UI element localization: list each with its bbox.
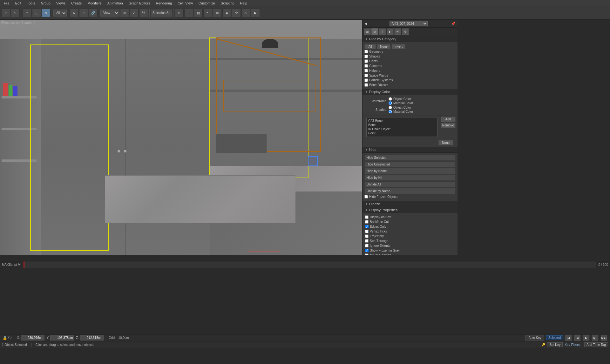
schematic-button[interactable]: ⊞ bbox=[213, 9, 222, 17]
timeline-track[interactable] bbox=[24, 261, 597, 268]
ignore-extents-checkbox[interactable] bbox=[365, 244, 369, 247]
scale-button[interactable]: ⤢ bbox=[79, 9, 88, 17]
hide-unselected-button[interactable]: Hide Unselected bbox=[364, 161, 456, 167]
display-props-header[interactable]: ▼ Display Properties bbox=[363, 207, 458, 213]
object-name-dropdown[interactable]: AI43_007_0224 bbox=[390, 21, 428, 26]
vertex-ticks-checkbox[interactable] bbox=[365, 230, 369, 233]
never-degrade-checkbox[interactable] bbox=[365, 253, 369, 255]
curve-editor-button[interactable]: 〜 bbox=[203, 9, 212, 17]
maxscript-btn[interactable]: MAXScript Mi bbox=[0, 263, 23, 266]
tab-display-tab-icon[interactable]: 👁 bbox=[394, 28, 401, 35]
snap-toggle-button[interactable]: ⊞ bbox=[120, 9, 129, 17]
tab-utilities-icon[interactable]: ⚙ bbox=[402, 28, 409, 35]
list-item-catbone[interactable]: CAT Bone bbox=[367, 119, 437, 123]
wireframe-material-radio[interactable] bbox=[389, 101, 392, 105]
add-button[interactable]: Add bbox=[441, 117, 456, 122]
see-through-checkbox[interactable] bbox=[365, 239, 369, 243]
shaded-object-radio[interactable] bbox=[389, 106, 392, 109]
hide-header[interactable]: ▼ Hide bbox=[363, 147, 458, 153]
tab-hierarchy-icon[interactable]: ⊤ bbox=[379, 28, 386, 35]
geometry-checkbox[interactable] bbox=[364, 50, 368, 53]
viewport[interactable]: [Perspective] [Standard] bbox=[0, 20, 362, 255]
angle-snap-button[interactable]: ∠ bbox=[130, 9, 139, 17]
next-frame-button[interactable]: ▶| bbox=[592, 334, 599, 341]
add-time-tag-button[interactable]: Add Time Tag bbox=[584, 342, 608, 347]
menu-animation[interactable]: Animation bbox=[105, 1, 125, 6]
link-button[interactable]: 🔗 bbox=[89, 9, 98, 17]
go-start-button[interactable]: |◀ bbox=[565, 334, 572, 341]
menu-tools[interactable]: Tools bbox=[24, 1, 38, 6]
undo-button[interactable]: ↩ bbox=[1, 9, 10, 17]
select-move-button[interactable]: ✥ bbox=[42, 9, 51, 17]
z-input[interactable] bbox=[80, 335, 104, 340]
hide-by-name-button[interactable]: Hide by Name... bbox=[364, 168, 456, 174]
backface-cull-checkbox[interactable] bbox=[365, 220, 369, 224]
particle-systems-checkbox[interactable] bbox=[364, 78, 368, 82]
unhide-all-button[interactable]: Unhide All bbox=[364, 181, 456, 187]
list-item-ikchain[interactable]: IK Chain Object bbox=[367, 127, 437, 131]
rotate-button[interactable]: ↻ bbox=[70, 9, 78, 17]
list-item-point[interactable]: Point bbox=[367, 131, 437, 135]
hide-selected-button[interactable]: Hide Selected bbox=[364, 155, 456, 161]
trajectory-checkbox[interactable] bbox=[365, 234, 369, 238]
invert-button[interactable]: Invert bbox=[392, 44, 405, 49]
auto-key-button[interactable]: Auto Key bbox=[525, 335, 544, 340]
go-end-button[interactable]: ▶▶| bbox=[600, 334, 607, 341]
redo-button[interactable]: ↪ bbox=[11, 9, 20, 17]
menu-rendering[interactable]: Rendering bbox=[153, 1, 175, 6]
menu-group[interactable]: Group bbox=[38, 1, 53, 6]
key-filters-link[interactable]: Key Filters... bbox=[565, 343, 582, 347]
prev-frame-button[interactable]: ◀ bbox=[574, 334, 581, 341]
render-setup-button[interactable]: ⚙ bbox=[232, 9, 241, 17]
menu-edit[interactable]: Edit bbox=[13, 1, 24, 6]
set-key-button[interactable]: Set Key bbox=[547, 342, 563, 347]
select-region-button[interactable]: ⬚ bbox=[32, 9, 41, 17]
shaded-material-radio[interactable] bbox=[389, 110, 392, 113]
hide-frozen-checkbox[interactable] bbox=[364, 195, 368, 199]
layer-button[interactable]: ▤ bbox=[194, 9, 203, 17]
menu-scripting[interactable]: Scripting bbox=[218, 1, 237, 6]
wireframe-object-radio[interactable] bbox=[389, 97, 392, 101]
edges-only-checkbox[interactable] bbox=[365, 225, 369, 228]
menu-help[interactable]: Help bbox=[238, 1, 250, 6]
menu-create[interactable]: Create bbox=[69, 1, 84, 6]
tab-modify-icon[interactable]: ⊕ bbox=[371, 28, 378, 35]
all-button[interactable]: All bbox=[364, 44, 376, 49]
tab-display-icon[interactable]: ▦ bbox=[364, 28, 371, 35]
shapes-checkbox[interactable] bbox=[364, 55, 368, 58]
tab-motion-icon[interactable]: ◐ bbox=[387, 28, 394, 35]
hide-by-hit-button[interactable]: Hide by Hit bbox=[364, 175, 456, 181]
view-dropdown[interactable]: View bbox=[100, 10, 119, 17]
align-button[interactable]: ⊣ bbox=[184, 9, 193, 17]
hide-by-category-header[interactable]: ▼ Hide by Category bbox=[363, 36, 458, 42]
show-frozen-checkbox[interactable] bbox=[365, 249, 369, 252]
y-input[interactable] bbox=[50, 335, 74, 340]
menu-modifiers[interactable]: Modifiers bbox=[85, 1, 104, 6]
render-last-button[interactable]: ▶ bbox=[251, 9, 260, 17]
space-warps-checkbox[interactable] bbox=[364, 74, 368, 77]
menu-views[interactable]: Views bbox=[54, 1, 68, 6]
list-item-bone[interactable]: Bone bbox=[367, 123, 437, 127]
bone-objects-checkbox[interactable] bbox=[364, 83, 368, 87]
unhide-by-name-button[interactable]: Unhide by Name... bbox=[364, 188, 456, 194]
none-button[interactable]: None bbox=[377, 44, 390, 49]
cameras-checkbox[interactable] bbox=[364, 64, 368, 68]
select-filter-dropdown[interactable]: All bbox=[53, 10, 67, 17]
render-frame-button[interactable]: ▷ bbox=[241, 9, 250, 17]
play-button[interactable]: ▶ bbox=[583, 334, 590, 341]
menu-customize[interactable]: Customize bbox=[196, 1, 218, 6]
menu-graph-editors[interactable]: Graph Editors bbox=[126, 1, 153, 6]
select-object-button[interactable]: ✦ bbox=[23, 9, 31, 17]
none-list-button[interactable]: None bbox=[438, 140, 453, 145]
remove-button[interactable]: Remove bbox=[441, 123, 456, 128]
menu-file[interactable]: File bbox=[1, 1, 12, 6]
helpers-checkbox[interactable] bbox=[364, 69, 368, 72]
create-selection-btn[interactable]: Selection Se bbox=[151, 10, 172, 17]
material-editor-button[interactable]: ◉ bbox=[222, 9, 231, 17]
lights-checkbox[interactable] bbox=[364, 59, 368, 63]
freeze-header[interactable]: ▼ Freeze bbox=[363, 201, 458, 207]
display-color-header[interactable]: ▼ Display Color bbox=[363, 89, 458, 95]
x-input[interactable] bbox=[21, 335, 44, 340]
display-box-checkbox[interactable] bbox=[365, 215, 369, 219]
mirror-button[interactable]: ⇔ bbox=[175, 9, 184, 17]
